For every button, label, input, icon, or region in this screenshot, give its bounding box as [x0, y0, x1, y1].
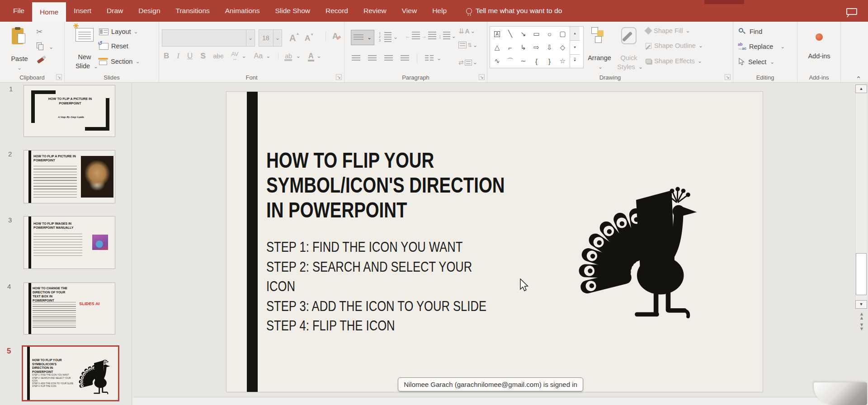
align-right-button[interactable] — [384, 55, 393, 61]
cut-button[interactable]: ✂ — [36, 27, 42, 37]
line-spacing-button[interactable]: ↕⌄ — [439, 32, 456, 41]
find-button[interactable]: Find — [739, 28, 762, 35]
italic-button[interactable]: I — [177, 52, 179, 61]
copy-dropdown[interactable]: ⌄ — [49, 45, 53, 49]
tab-review[interactable]: Review — [356, 0, 394, 22]
font-size-combobox[interactable]: 18⌄ — [259, 29, 282, 47]
gallery-scroll-up[interactable]: ▴ — [570, 27, 580, 40]
highlight-button[interactable]: ab — [278, 52, 292, 60]
shape-line[interactable]: ╲ — [504, 27, 517, 41]
shape-elbow[interactable]: ⌐ — [504, 41, 517, 54]
slide-body-text[interactable]: STEP 1: FIND THE ICON YOU WANT STEP 2: S… — [266, 237, 486, 336]
tab-record[interactable]: Record — [318, 0, 356, 22]
scroll-up-button[interactable]: ▲ — [855, 85, 867, 93]
tab-help[interactable]: Help — [425, 0, 454, 22]
thumbnail-slide-4[interactable]: HOW TO CHANGE THE DIRECTION OF YOUR TEXT… — [24, 283, 115, 334]
shape-textbox[interactable]: A — [491, 27, 504, 41]
thumbnail-slide-5-selected[interactable]: HOW TO FLIP YOUR SYMBOL/ICON'S DIRECTION… — [22, 345, 119, 401]
increase-indent-button[interactable]: → — [421, 32, 436, 41]
underline-button[interactable]: U — [187, 52, 193, 61]
align-text-button[interactable]: ⇅⌄ — [458, 42, 477, 48]
tab-transitions[interactable]: Transitions — [168, 0, 217, 22]
tab-file[interactable]: File — [5, 0, 32, 22]
new-slide-button[interactable]: New Slide ⌄ — [75, 26, 94, 69]
thumbnail-slide-1[interactable]: HOW TO FLIP A PICTURE IN POWERPOINT A St… — [24, 85, 115, 137]
reset-button[interactable]: ↺ Reset — [99, 42, 128, 50]
select-button[interactable]: Select ⌄ — [739, 58, 774, 66]
drawing-dialog-launcher[interactable]: ↘ — [725, 74, 731, 80]
shape-triangle[interactable]: △ — [491, 41, 504, 54]
shape-arrow[interactable]: ↘ — [517, 27, 530, 41]
slide-title[interactable]: HOW TO FLIP YOUR SYMBOL/ICON'S DIRECTION… — [266, 148, 505, 222]
bold-button[interactable]: B — [164, 52, 169, 61]
shape-effects-button[interactable]: Shape Effects ⌄ — [646, 57, 702, 65]
gallery-more[interactable]: ▾ — [570, 54, 580, 68]
shape-fill-button[interactable]: Shape Fill ⌄ — [646, 27, 690, 34]
font-color-button[interactable]: A — [308, 52, 314, 60]
group-font: ⌄ 18⌄ A▲ A▼ A B I U S abc AV↔ ⌄ Aa ⌄ ab … — [159, 22, 344, 82]
gallery-scroll-down[interactable]: ▾ — [570, 40, 580, 54]
scroll-down-button[interactable]: ▼ — [855, 300, 867, 309]
shape-scribble[interactable]: ∿ — [491, 54, 504, 68]
justify-button[interactable] — [401, 55, 409, 61]
replace-button[interactable]: ab→ac Replace ⌄ — [738, 42, 785, 51]
clear-formatting-button[interactable]: A — [326, 32, 341, 41]
paste-button[interactable]: Paste ⌄ — [8, 27, 31, 63]
shape-curve[interactable]: ∼ — [517, 54, 530, 68]
tab-insert[interactable]: Insert — [66, 0, 99, 22]
paragraph-dialog-launcher[interactable]: ↘ — [479, 74, 485, 80]
grow-font-button[interactable]: A▲ — [289, 32, 299, 43]
next-slide-button[interactable]: ▼▼ — [858, 323, 866, 331]
shape-star[interactable]: ☆ — [556, 54, 569, 68]
previous-slide-button[interactable]: ▲▲ — [858, 312, 866, 320]
addins-button[interactable]: Add-ins — [806, 29, 833, 70]
tab-view[interactable]: View — [394, 0, 425, 22]
collapse-ribbon-button[interactable]: ⌃ — [852, 75, 865, 83]
tab-home[interactable]: Home — [32, 2, 66, 22]
peacock-icon[interactable] — [571, 172, 701, 320]
arrange-button[interactable]: Arrange ⌄ — [585, 26, 614, 71]
scroll-thumb[interactable] — [856, 253, 867, 295]
character-spacing-button[interactable]: AV↔ — [231, 52, 238, 61]
columns-button[interactable] — [425, 55, 434, 61]
shape-oval[interactable]: ○ — [543, 27, 556, 41]
tab-draw[interactable]: Draw — [99, 0, 131, 22]
thumbnail-slide-2[interactable]: HOW TO FLIP A PICTURE IN POWERPOINT — [24, 150, 115, 203]
shape-rectangle[interactable]: ▭ — [530, 27, 543, 41]
shape-right-arrow[interactable]: ⇨ — [530, 41, 543, 54]
shape-elbow-arrow[interactable]: ↳ — [517, 41, 530, 54]
shape-arc[interactable]: ⌒ — [504, 54, 517, 68]
decrease-indent-button[interactable]: ← — [405, 32, 420, 41]
layout-button[interactable]: Layout ⌄ — [99, 28, 138, 35]
slide-canvas[interactable]: HOW TO FLIP YOUR SYMBOL/ICON'S DIRECTION… — [226, 91, 763, 392]
strikethrough-button[interactable]: abc — [213, 52, 224, 60]
thumbnail-slide-3[interactable]: HOW TO FLIP IMAGES IN POWERPOINT MANUALL… — [24, 216, 115, 269]
change-case-button[interactable]: Aa — [254, 52, 263, 60]
align-left-button[interactable] — [352, 55, 360, 61]
shrink-font-button[interactable]: A▼ — [305, 33, 314, 43]
tab-design[interactable]: Design — [131, 0, 168, 22]
tab-slide-show[interactable]: Slide Show — [267, 0, 318, 22]
shape-freeform[interactable]: ◇ — [556, 41, 569, 54]
text-direction-button[interactable]: ⇊A⌄ — [458, 27, 475, 35]
align-center-button[interactable] — [368, 55, 377, 61]
clipboard-dialog-launcher[interactable]: ↘ — [56, 74, 62, 80]
tab-animations[interactable]: Animations — [217, 0, 268, 22]
comments-icon[interactable] — [846, 8, 857, 15]
section-button[interactable]: Section ⌄ — [98, 58, 140, 65]
shapes-gallery[interactable]: A ╲ ↘ ▭ ○ ▢ △ ⌐ ↳ ⇨ ⇩ ◇ ∿ ⌒ ∼ { } — [490, 26, 584, 68]
numbering-button[interactable]: 123 ⌄ — [379, 32, 398, 42]
font-dialog-launcher[interactable]: ↘ — [336, 74, 342, 80]
shape-outline-button[interactable]: Shape Outline ⌄ — [646, 42, 703, 49]
font-name-combobox[interactable]: ⌄ — [162, 29, 255, 47]
bullets-button[interactable]: ⌄ — [351, 30, 374, 45]
tell-me-box[interactable]: Tell me what you want to do — [476, 7, 562, 15]
convert-smartart-button[interactable]: ⇄⌄ — [458, 59, 477, 66]
quick-styles-button[interactable]: Quick Styles ⌄ — [615, 26, 643, 71]
text-shadow-button[interactable]: S — [200, 52, 205, 61]
shape-rounded-rectangle[interactable]: ▢ — [556, 27, 569, 41]
horizontal-scroll-track[interactable] — [132, 397, 849, 405]
shape-down-arrow[interactable]: ⇩ — [543, 41, 556, 54]
shape-left-brace[interactable]: { — [530, 54, 543, 68]
shape-right-brace[interactable]: } — [543, 54, 556, 68]
